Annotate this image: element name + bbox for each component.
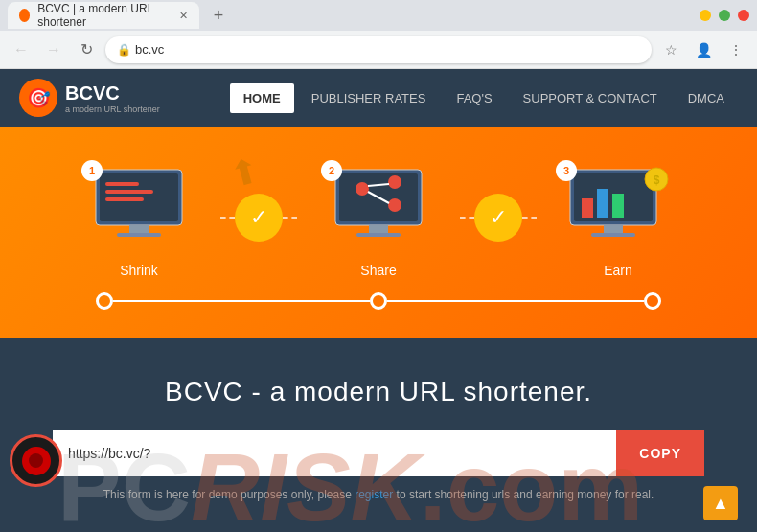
form-note: This form is here for demo purposes only… bbox=[19, 488, 738, 501]
tab-favicon bbox=[19, 9, 30, 22]
step-2-label: Share bbox=[360, 263, 396, 278]
nav-publisher-rates[interactable]: PUBLISHER RATES bbox=[298, 83, 440, 113]
scroll-up-button[interactable]: ▲ bbox=[703, 486, 738, 520]
address-bar: ← → ↻ 🔒 bc.vc ☆ 👤 ⋮ bbox=[0, 31, 757, 69]
back-button[interactable]: ← bbox=[8, 36, 34, 63]
site-logo: 🎯 BCVC a modern URL shortener bbox=[19, 79, 160, 117]
timeline-dot-3 bbox=[644, 292, 661, 310]
svg-rect-14 bbox=[369, 225, 388, 233]
browser-tab[interactable]: BCVC | a modern URL shortener ✕ bbox=[8, 2, 199, 29]
site-navigation: 🎯 BCVC a modern URL shortener HOME PUBLI… bbox=[0, 69, 757, 127]
step-2: 2 Share bbox=[297, 165, 460, 278]
logo-icon: 🎯 bbox=[19, 79, 57, 117]
form-note-text: This form is here for demo purposes only… bbox=[103, 488, 352, 501]
dark-section-heading: BCVC - a modern URL shortener. bbox=[19, 377, 738, 407]
window-controls bbox=[700, 10, 749, 21]
minimize-button[interactable] bbox=[700, 10, 711, 21]
form-note-suffix: to start shortening urls and earning mon… bbox=[397, 488, 654, 501]
connector-2: ✓ bbox=[460, 165, 537, 242]
timeline-line-2 bbox=[387, 300, 644, 302]
close-button[interactable] bbox=[738, 10, 749, 21]
address-input[interactable]: 🔒 bc.vc bbox=[105, 36, 652, 63]
svg-rect-22 bbox=[591, 233, 635, 237]
checkmark-1: ✓ bbox=[235, 194, 283, 242]
website-content: ⬆ 🎯 BCVC a modern URL shortener HOME PUB… bbox=[0, 69, 757, 532]
checkmark-2: ✓ bbox=[474, 194, 522, 242]
svg-rect-3 bbox=[105, 190, 153, 194]
svg-rect-20 bbox=[612, 194, 624, 218]
step-2-number: 2 bbox=[321, 160, 342, 181]
address-text[interactable]: bc.vc bbox=[135, 42, 164, 57]
step-3-label: Earn bbox=[604, 263, 632, 278]
step-3-number: 3 bbox=[556, 160, 577, 181]
logo-subtitle: a modern URL shortener bbox=[65, 104, 160, 114]
timeline-dot-1 bbox=[96, 292, 113, 310]
svg-point-10 bbox=[388, 175, 401, 189]
timeline-dot-2 bbox=[370, 292, 387, 310]
new-tab-button[interactable]: + bbox=[207, 4, 230, 27]
timeline-line-1 bbox=[113, 300, 370, 302]
svg-rect-15 bbox=[356, 233, 401, 237]
nav-faqs[interactable]: FAQ'S bbox=[443, 83, 505, 113]
step-2-icon bbox=[326, 165, 431, 242]
svg-rect-21 bbox=[604, 225, 623, 233]
nav-support-contact[interactable]: SUPPORT & CONTACT bbox=[510, 83, 671, 113]
svg-text:$: $ bbox=[654, 173, 660, 187]
logo-text: BCVC bbox=[65, 82, 120, 104]
svg-rect-2 bbox=[105, 182, 139, 186]
svg-rect-18 bbox=[582, 198, 593, 218]
svg-rect-4 bbox=[105, 197, 144, 201]
url-form: COPY bbox=[53, 430, 704, 476]
register-link[interactable]: register bbox=[355, 488, 393, 501]
dark-section: BCVC - a modern URL shortener. COPY This… bbox=[0, 338, 757, 532]
step-1-icon bbox=[86, 165, 192, 242]
tab-close-button[interactable]: ✕ bbox=[179, 10, 188, 22]
tab-title: BCVC | a modern URL shortener bbox=[37, 2, 172, 29]
bookmark-button[interactable]: ☆ bbox=[657, 36, 684, 63]
hero-section: 1 Shrink ✓ bbox=[0, 127, 757, 338]
maximize-button[interactable] bbox=[719, 10, 730, 21]
step-3-icon: $ bbox=[561, 165, 676, 242]
nav-dmca[interactable]: DMCA bbox=[675, 83, 738, 113]
pcrisk-logo-overlay bbox=[10, 434, 62, 487]
step-3: 3 $ Earn bbox=[537, 165, 700, 278]
browser-window: BCVC | a modern URL shortener ✕ + ← → ↻ … bbox=[0, 0, 757, 69]
svg-rect-6 bbox=[117, 233, 161, 237]
account-button[interactable]: 👤 bbox=[690, 36, 717, 63]
forward-button[interactable]: → bbox=[40, 36, 67, 63]
svg-rect-5 bbox=[129, 225, 149, 233]
timeline bbox=[38, 292, 719, 310]
more-button[interactable]: ⋮ bbox=[723, 36, 749, 63]
step-1-label: Shrink bbox=[120, 263, 158, 278]
step-1: 1 Shrink bbox=[57, 165, 220, 278]
url-input[interactable] bbox=[53, 430, 616, 476]
copy-button[interactable]: COPY bbox=[616, 430, 704, 476]
svg-point-9 bbox=[356, 182, 369, 196]
nav-home[interactable]: HOME bbox=[230, 83, 294, 113]
svg-point-11 bbox=[388, 198, 401, 212]
nav-links: HOME PUBLISHER RATES FAQ'S SUPPORT & CON… bbox=[230, 83, 738, 113]
step-1-number: 1 bbox=[81, 160, 103, 181]
lock-icon: 🔒 bbox=[117, 43, 131, 57]
refresh-button[interactable]: ↻ bbox=[73, 36, 100, 63]
pcrisk-logo-icon bbox=[10, 434, 62, 487]
svg-rect-19 bbox=[597, 189, 608, 218]
title-bar: BCVC | a modern URL shortener ✕ + bbox=[0, 0, 757, 31]
